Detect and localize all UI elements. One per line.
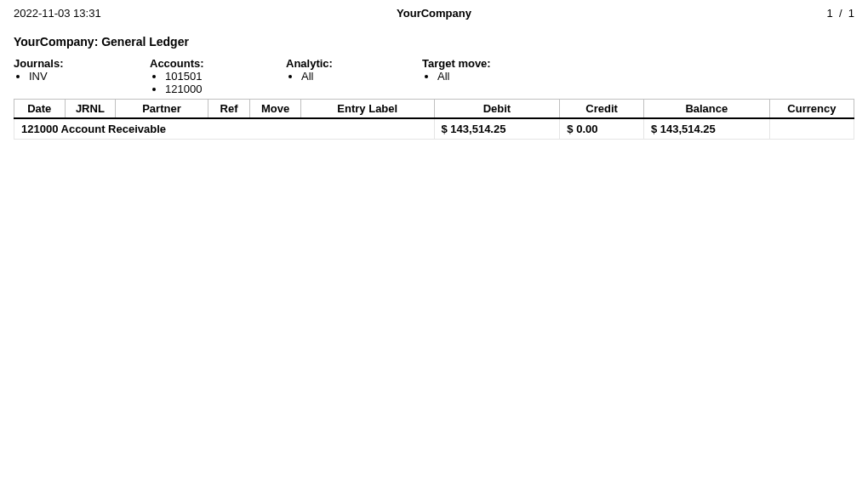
debit-cell: $ 143,514.25 bbox=[434, 118, 560, 140]
currency-cell bbox=[769, 118, 854, 140]
col-credit: Credit bbox=[560, 100, 644, 119]
col-move: Move bbox=[250, 100, 301, 119]
col-balance: Balance bbox=[643, 100, 769, 119]
company-name: YourCompany bbox=[294, 7, 574, 20]
filter-analytic: Analytic: All bbox=[286, 57, 422, 95]
filter-target-move-label: Target move: bbox=[422, 57, 558, 70]
filter-target-move-item: All bbox=[437, 70, 558, 83]
col-debit: Debit bbox=[434, 100, 560, 119]
col-date: Date bbox=[14, 100, 66, 119]
table-row: 121000 Account Receivable $ 143,514.25 $… bbox=[14, 118, 854, 140]
filter-journals-item: INV bbox=[29, 70, 150, 83]
filter-accounts-label: Accounts: bbox=[150, 57, 286, 70]
filter-journals: Journals: INV bbox=[14, 57, 150, 95]
balance-cell: $ 143,514.25 bbox=[643, 118, 769, 140]
page-total: 1 bbox=[848, 7, 854, 20]
report-timestamp: 2022-11-03 13:31 bbox=[14, 7, 294, 20]
page-indicator: 1 / 1 bbox=[574, 7, 854, 20]
col-partner: Partner bbox=[116, 100, 208, 119]
filter-accounts: Accounts: 101501 121000 bbox=[150, 57, 286, 95]
report-title: YourCompany: General Ledger bbox=[14, 35, 854, 49]
col-entry-label: Entry Label bbox=[301, 100, 435, 119]
filter-journals-label: Journals: bbox=[14, 57, 150, 70]
col-ref: Ref bbox=[208, 100, 250, 119]
filter-accounts-item: 121000 bbox=[165, 83, 286, 95]
col-currency: Currency bbox=[769, 100, 854, 119]
col-jrnl: JRNL bbox=[65, 100, 116, 119]
table-header-row: Date JRNL Partner Ref Move Entry Label D… bbox=[14, 100, 854, 119]
filter-analytic-item: All bbox=[301, 70, 422, 83]
page-sep: / bbox=[839, 7, 842, 20]
credit-cell: $ 0.00 bbox=[560, 118, 644, 140]
page-current: 1 bbox=[826, 7, 832, 20]
account-name-cell: 121000 Account Receivable bbox=[14, 118, 435, 140]
filter-accounts-item: 101501 bbox=[165, 70, 286, 83]
ledger-table: Date JRNL Partner Ref Move Entry Label D… bbox=[14, 99, 854, 140]
filters-block: Journals: INV Accounts: 101501 121000 An… bbox=[14, 57, 854, 95]
filter-target-move: Target move: All bbox=[422, 57, 558, 95]
filter-analytic-label: Analytic: bbox=[286, 57, 422, 70]
report-header: 2022-11-03 13:31 YourCompany 1 / 1 bbox=[14, 7, 854, 20]
